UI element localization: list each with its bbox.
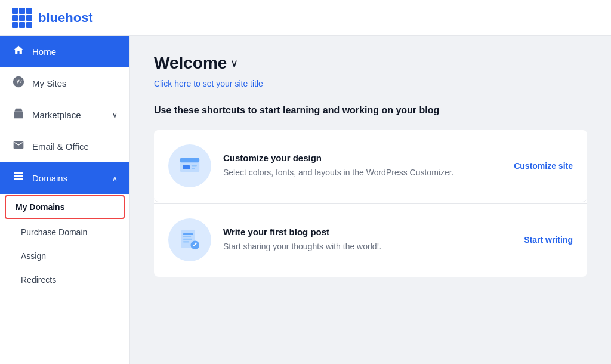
sidebar-item-marketplace[interactable]: Marketplace ∨: [0, 99, 129, 131]
blog-description: Start sharing your thoughts with the wor…: [223, 240, 512, 253]
sidebar-item-redirects[interactable]: Redirects: [0, 268, 129, 292]
sidebar-item-email-office-label: Email & Office: [32, 141, 89, 152]
logo-grid-icon: [12, 8, 32, 28]
welcome-chevron-icon[interactable]: ∨: [230, 57, 238, 70]
top-bar: bluehost: [0, 0, 611, 36]
sidebar-item-assign[interactable]: Assign: [0, 244, 129, 268]
wordpress-icon: [12, 76, 25, 91]
customize-icon-circle: [168, 144, 211, 187]
sidebar-item-purchase-domain[interactable]: Purchase Domain: [0, 220, 129, 244]
shortcut-blog-card: Write your first blog post Start sharing…: [154, 204, 587, 276]
customize-text: Customize your design Select colors, fon…: [223, 153, 502, 179]
svg-rect-9: [183, 239, 192, 240]
customize-title: Customize your design: [223, 153, 502, 163]
sidebar-item-email-office[interactable]: Email & Office: [0, 131, 129, 162]
svg-rect-2: [180, 158, 199, 162]
sidebar-item-domains[interactable]: Domains ∧: [0, 162, 129, 194]
svg-rect-5: [192, 168, 195, 169]
shortcut-customize-card: Customize your design Select colors, fon…: [154, 130, 587, 202]
svg-rect-7: [183, 233, 193, 235]
logo-text: bluehost: [38, 10, 93, 26]
svg-rect-3: [183, 165, 190, 169]
svg-rect-4: [192, 165, 197, 167]
blog-text: Write your first blog post Start sharing…: [223, 227, 512, 253]
sidebar-item-my-sites[interactable]: My Sites: [0, 67, 129, 99]
svg-rect-10: [183, 241, 189, 242]
logo-area: bluehost: [12, 8, 93, 28]
main-layout: Home My Sites Marketplace ∨ Email & Offi…: [0, 36, 611, 364]
blog-post-icon: [177, 227, 203, 253]
blog-icon-circle: [168, 218, 211, 261]
sidebar-item-home-label: Home: [32, 47, 56, 57]
shortcuts-heading: Use these shortcuts to start learning an…: [154, 105, 587, 116]
home-icon: [12, 44, 25, 59]
customize-description: Select colors, fonts, and layouts in the…: [223, 166, 502, 179]
sidebar: Home My Sites Marketplace ∨ Email & Offi…: [0, 36, 130, 364]
sidebar-item-home[interactable]: Home: [0, 36, 129, 67]
bag-icon: [12, 107, 25, 122]
page-title: Welcome: [154, 54, 227, 73]
main-content: Welcome ∨ Click here to set your site ti…: [130, 36, 611, 364]
domains-sub-nav: My Domains Purchase Domain Assign Redire…: [0, 194, 129, 292]
sidebar-item-my-sites-label: My Sites: [32, 78, 67, 88]
domains-icon: [12, 171, 25, 186]
shortcuts-cards: Customize your design Select colors, fon…: [154, 130, 587, 277]
sidebar-item-marketplace-label: Marketplace: [32, 110, 81, 120]
blog-title: Write your first blog post: [223, 227, 512, 237]
site-title-link[interactable]: Click here to set your site title: [154, 79, 587, 88]
email-icon: [12, 139, 25, 154]
marketplace-chevron-icon: ∨: [112, 111, 118, 119]
welcome-header: Welcome ∨: [154, 54, 587, 73]
domains-chevron-icon: ∧: [112, 174, 118, 183]
svg-rect-8: [183, 236, 191, 237]
customize-site-link[interactable]: Customize site: [514, 161, 573, 171]
customize-design-icon: [177, 153, 203, 179]
sidebar-item-my-domains[interactable]: My Domains: [5, 195, 125, 219]
start-writing-link[interactable]: Start writing: [524, 235, 573, 245]
sidebar-item-domains-label: Domains: [32, 173, 67, 183]
